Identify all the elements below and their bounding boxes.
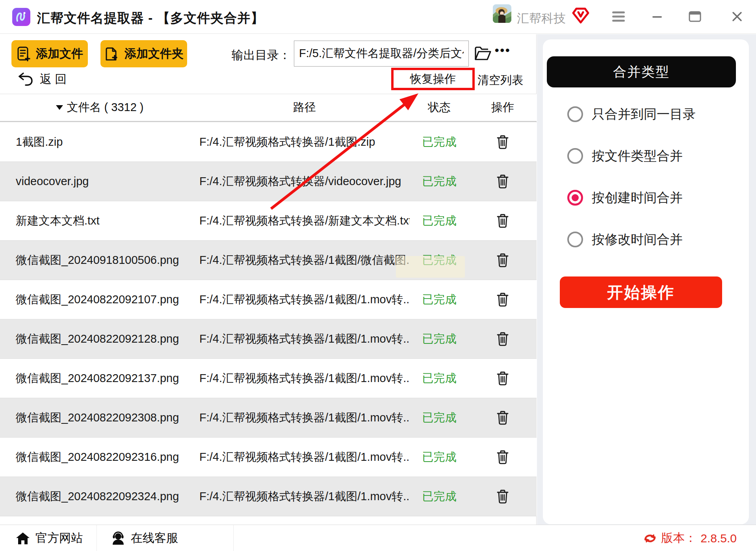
output-dir-label: 输出目录： [232, 47, 291, 63]
minimize-button[interactable] [648, 7, 667, 26]
file-name-cell: 微信截图_20240822092107.png [0, 292, 199, 308]
back-label: 返 回 [40, 71, 67, 87]
delete-icon[interactable] [497, 214, 509, 228]
delete-icon[interactable] [497, 490, 509, 504]
menu-icon[interactable] [609, 7, 628, 26]
file-name-cell: 微信截图_20240822092316.png [0, 449, 199, 465]
restore-button-annotated[interactable]: 恢复操作 [391, 68, 475, 90]
delete-icon[interactable] [497, 332, 509, 346]
table-header: 文件名 ( 3312 ) 路径 状态 操作 [0, 94, 537, 122]
add-folder-button[interactable]: 添加文件夹 [100, 40, 187, 67]
title-bar: 汇帮文件名提取器 - 【多文件夹合并】 汇帮科技 [0, 0, 756, 34]
version-info[interactable]: 版本：2.8.5.0 [643, 525, 737, 551]
file-path-cell: F:/4.汇帮视频格式转换器/videocover.jpg [199, 174, 410, 189]
avatar[interactable] [493, 4, 511, 23]
online-service-link[interactable]: 在线客服 [111, 525, 178, 551]
merge-type-title: 合并类型 [547, 56, 736, 87]
delete-icon[interactable] [497, 135, 509, 149]
merge-option[interactable]: 只合并到同一目录 [567, 106, 696, 123]
radio-icon [567, 106, 583, 122]
add-file-icon [16, 46, 31, 62]
column-header-status: 状态 [410, 100, 469, 115]
official-site-label: 官方网站 [35, 530, 83, 546]
output-dir-input[interactable] [294, 41, 469, 67]
status-done: 已完成 [410, 371, 469, 386]
version-label: 版本： [661, 530, 697, 546]
table-row: 微信截图_20240822092107.pngF:/4.汇帮视频格式转换器/1截… [0, 280, 537, 319]
delete-icon[interactable] [497, 411, 509, 425]
back-button[interactable]: 返 回 [18, 68, 67, 90]
close-button[interactable] [728, 7, 747, 26]
delete-icon[interactable] [497, 450, 509, 464]
file-name-cell: 微信截图_20240822092308.png [0, 410, 199, 426]
add-folder-label: 添加文件夹 [124, 46, 184, 62]
delete-icon[interactable] [497, 293, 509, 307]
vip-badge-icon[interactable] [572, 6, 590, 24]
refresh-icon [643, 532, 657, 545]
table-row: 1截图.zipF:/4.汇帮视频格式转换器/1截图.zip已完成 [0, 122, 537, 162]
account-name[interactable]: 汇帮科技 [517, 10, 566, 27]
table-row: 微信截图_20240822092316.pngF:/4.汇帮视频格式转换器/1截… [0, 438, 537, 477]
add-folder-icon [104, 46, 120, 62]
column-header-action: 操作 [469, 100, 537, 115]
radio-icon [567, 190, 583, 206]
file-path-cell: F:/4.汇帮视频格式转换器/1截图/1.mov转... [199, 292, 410, 308]
table-body: 1截图.zipF:/4.汇帮视频格式转换器/1截图.zip已完成videocov… [0, 122, 537, 516]
add-file-label: 添加文件 [36, 46, 83, 62]
merge-option[interactable]: 按文件类型合并 [567, 147, 683, 165]
file-name-cell: 1截图.zip [0, 134, 199, 150]
merge-option-label: 只合并到同一目录 [592, 106, 696, 123]
file-path-cell: F:/4.汇帮视频格式转换器/1截图.zip [199, 134, 410, 150]
window-title: 汇帮文件名提取器 - 【多文件夹合并】 [37, 9, 264, 27]
more-options-button[interactable]: ••• [495, 44, 511, 57]
delete-icon[interactable] [497, 174, 509, 189]
file-path-cell: F:/4.汇帮视频格式转换器/新建文本文档.txt [199, 213, 410, 229]
merge-option-label: 按创建时间合并 [592, 189, 683, 207]
clear-list-button[interactable]: 清空列表 [477, 72, 523, 88]
delete-icon[interactable] [497, 253, 509, 267]
file-path-cell: F:/4.汇帮视频格式转换器/1截图/1.mov转... [199, 449, 410, 465]
official-site-link[interactable]: 官方网站 [16, 525, 83, 551]
delete-icon[interactable] [497, 371, 509, 386]
column-header-path: 路径 [199, 100, 410, 115]
sidebar: 合并类型 只合并到同一目录按文件类型合并按创建时间合并按修改时间合并 开始操作 [537, 34, 756, 525]
merge-option[interactable]: 按创建时间合并 [567, 189, 683, 206]
chevron-down-icon [56, 105, 63, 110]
radio-icon [567, 232, 583, 247]
status-done: 已完成 [410, 449, 469, 465]
add-file-button[interactable]: 添加文件 [11, 40, 88, 67]
open-folder-icon[interactable] [474, 45, 492, 62]
merge-option-label: 按文件类型合并 [592, 147, 683, 165]
footer-divider [233, 525, 234, 551]
maximize-button[interactable] [685, 7, 704, 26]
radio-icon [567, 148, 583, 164]
file-name-cell: 微信截图_20240822092128.png [0, 331, 199, 347]
footer-divider [97, 525, 97, 551]
status-done: 已完成 [410, 410, 469, 426]
table-row: 微信截图_20240822092308.pngF:/4.汇帮视频格式转换器/1截… [0, 398, 537, 438]
main-panel: 添加文件 添加文件夹 输出目录： ••• 返 回 恢复操作 清 [0, 34, 537, 525]
file-path-cell: F:/4.汇帮视频格式转换器/1截图/1.mov转... [199, 489, 410, 505]
file-name-cell: 微信截图_20240822092137.png [0, 371, 199, 386]
file-path-cell: F:/4.汇帮视频格式转换器/1截图/微信截图... [199, 252, 410, 268]
merge-type-card: 合并类型 只合并到同一目录按文件类型合并按创建时间合并按修改时间合并 开始操作 [543, 39, 749, 524]
table-row: 微信截图_20240822092128.pngF:/4.汇帮视频格式转换器/1截… [0, 319, 537, 359]
file-path-cell: F:/4.汇帮视频格式转换器/1截图/1.mov转... [199, 410, 410, 426]
file-name-cell: 微信截图_20240822092324.png [0, 489, 199, 505]
customer-service-icon [111, 531, 125, 545]
app-logo-icon [12, 8, 30, 26]
status-done: 已完成 [410, 174, 469, 189]
merge-option[interactable]: 按修改时间合并 [567, 231, 683, 248]
table-row: videocover.jpgF:/4.汇帮视频格式转换器/videocover.… [0, 162, 537, 201]
status-done: 已完成 [410, 213, 469, 229]
start-operation-button[interactable]: 开始操作 [560, 276, 722, 308]
file-name-cell: 新建文本文档.txt [0, 213, 199, 229]
version-value: 2.8.5.0 [700, 532, 737, 545]
file-path-cell: F:/4.汇帮视频格式转换器/1截图/1.mov转... [199, 331, 410, 347]
online-service-label: 在线客服 [131, 530, 178, 546]
footer-bar: 官方网站 在线客服 版本：2.8.5.0 [0, 525, 756, 551]
column-header-filename[interactable]: 文件名 ( 3312 ) [0, 100, 199, 115]
table-row: 微信截图_20240822092324.pngF:/4.汇帮视频格式转换器/1截… [0, 477, 537, 516]
status-done: 已完成 [410, 292, 469, 308]
file-path-cell: F:/4.汇帮视频格式转换器/1截图/1.mov转... [199, 371, 410, 386]
